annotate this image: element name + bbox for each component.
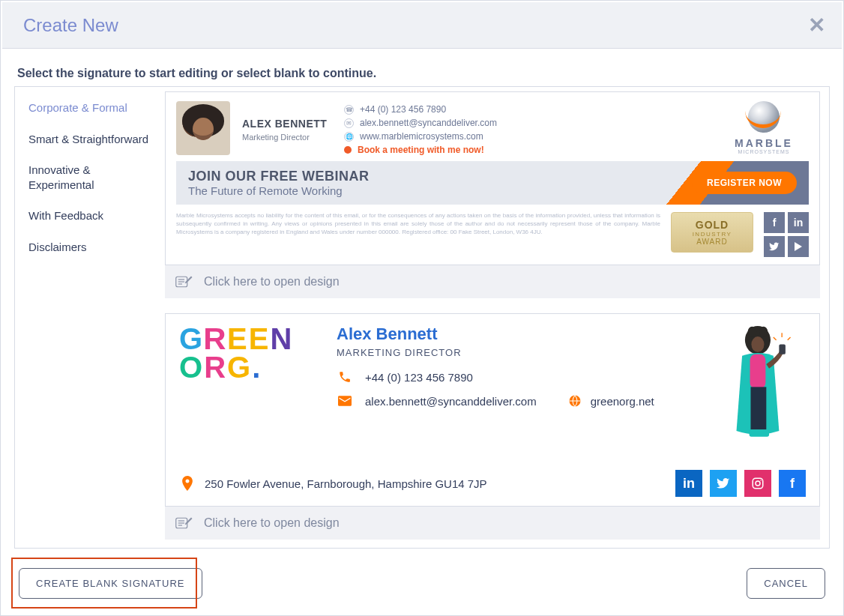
facebook-icon: f	[779, 470, 806, 497]
signature-phone: +44 (0) 123 456 7890	[360, 104, 446, 115]
create-new-modal: Create New ✕ Select the signature to sta…	[0, 0, 844, 616]
map-pin-icon	[179, 476, 196, 491]
svg-line-13	[774, 337, 777, 340]
sidebar-item-innovative-experimental[interactable]: Innovative & Experimental	[28, 163, 151, 192]
template-picker: Corporate & Formal Smart & Straightforwa…	[14, 86, 830, 549]
category-sidebar: Corporate & Formal Smart & Straightforwa…	[15, 87, 165, 548]
signature-address: 250 Fowler Avenue, Farnborough, Hampshir…	[205, 477, 487, 490]
signature-role: MARKETING DIRECTOR	[337, 347, 671, 358]
company-logo: MARBLE MICROSYSTEMS	[719, 101, 809, 154]
phone-icon	[337, 370, 353, 384]
svg-point-7	[748, 327, 756, 336]
twitter-icon	[710, 470, 737, 497]
company-brand: MARBLE	[719, 137, 809, 149]
social-icons: in f	[675, 470, 806, 497]
twitter-icon	[764, 236, 785, 257]
globe-icon: 🌐	[344, 132, 354, 142]
signature-website: www.marblemicrosystems.com	[360, 131, 483, 142]
register-now-button: REGISTER NOW	[692, 172, 797, 194]
email-icon	[337, 396, 353, 406]
linkedin-icon: in	[788, 212, 809, 233]
signature-name: Alex Bennett	[337, 324, 671, 344]
cancel-button[interactable]: CANCEL	[747, 568, 825, 599]
video-icon	[788, 236, 809, 257]
signature-email: alex.bennett@syncanddeliver.com	[360, 118, 497, 128]
instruction-text: Select the signature to start editing or…	[1, 50, 843, 86]
svg-rect-12	[779, 345, 786, 354]
award-badge: GOLD INDUSTRY AWARD	[671, 212, 753, 253]
signature-preview[interactable]: ALEX BENNETT Marketing Director ☎+44 (0)…	[165, 91, 820, 265]
instagram-icon	[744, 470, 771, 497]
linkedin-icon: in	[675, 470, 702, 497]
signature-website: greenorg.net	[591, 395, 654, 408]
signature-template-card: ALEX BENNETT Marketing Director ☎+44 (0)…	[165, 91, 820, 298]
signature-name: ALEX BENNETT	[242, 118, 332, 130]
signature-email: alex.bennett@syncanddeliver.com	[365, 395, 537, 408]
sidebar-item-smart-straightforward[interactable]: Smart & Straightforward	[28, 132, 151, 147]
open-design-label: Click here to open design	[204, 275, 340, 289]
svg-point-17	[756, 481, 760, 486]
email-icon: ✉	[344, 118, 354, 128]
svg-point-6	[759, 327, 768, 336]
svg-rect-10	[750, 387, 766, 429]
close-icon[interactable]: ✕	[808, 15, 825, 36]
phone-icon: ☎	[344, 105, 354, 115]
banner-title: JOIN OUR FREE WEBINAR	[188, 169, 370, 184]
sidebar-item-with-feedback[interactable]: With Feedback	[28, 208, 151, 223]
webinar-banner: JOIN OUR FREE WEBINAR The Future of Remo…	[176, 161, 809, 205]
signature-role: Marketing Director	[242, 133, 332, 142]
facebook-icon: f	[764, 212, 785, 233]
sidebar-item-disclaimers[interactable]: Disclaimers	[28, 240, 151, 255]
svg-rect-9	[750, 354, 766, 388]
signature-preview[interactable]: GREEN ORG. Alex Bennett MARKETING DIRECT…	[165, 313, 820, 507]
svg-point-8	[751, 336, 764, 352]
template-list[interactable]: ALEX BENNETT Marketing Director ☎+44 (0)…	[165, 87, 829, 548]
globe-icon	[567, 394, 583, 408]
svg-point-18	[760, 480, 762, 481]
signature-template-card: GREEN ORG. Alex Bennett MARKETING DIRECT…	[165, 313, 820, 540]
sphere-icon	[748, 101, 780, 133]
signature-phone: +44 (0) 123 456 7890	[365, 371, 473, 384]
social-icons: f in	[764, 212, 809, 257]
modal-footer: CREATE BLANK SIGNATURE CANCEL	[1, 556, 843, 615]
svg-rect-11	[750, 429, 770, 436]
modal-title: Create New	[23, 15, 118, 36]
open-design-label: Click here to open design	[204, 516, 340, 530]
company-brand-sub: MICROSYSTEMS	[719, 149, 809, 154]
edit-icon	[175, 274, 193, 289]
meeting-link: Book a meeting with me now!	[358, 145, 484, 155]
edit-icon	[175, 516, 193, 531]
legal-disclaimer: Marble Microsystems accepts no liability…	[176, 212, 660, 236]
avatar-image	[176, 101, 230, 155]
create-blank-signature-button[interactable]: CREATE BLANK SIGNATURE	[19, 568, 202, 599]
banner-subtitle: The Future of Remote Working	[188, 184, 370, 197]
open-design-button[interactable]: Click here to open design	[165, 265, 820, 298]
dot-icon	[344, 146, 352, 154]
sidebar-item-corporate-formal[interactable]: Corporate & Formal	[28, 100, 151, 115]
open-design-button[interactable]: Click here to open design	[165, 507, 820, 540]
greenorg-logo: GREEN ORG.	[179, 324, 329, 459]
person-illustration	[708, 324, 806, 459]
modal-header: Create New ✕	[2, 2, 842, 49]
svg-line-14	[788, 337, 791, 340]
svg-rect-16	[753, 478, 763, 489]
